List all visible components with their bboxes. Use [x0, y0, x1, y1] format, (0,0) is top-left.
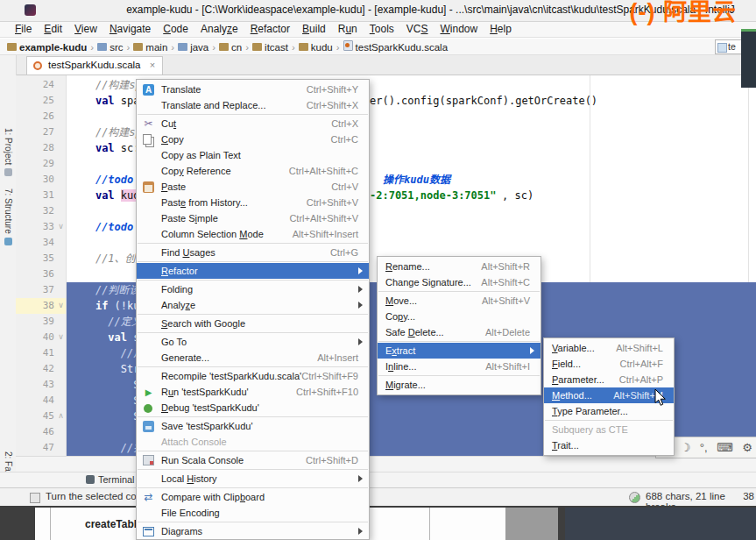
- menu-item-analyze[interactable]: Analyze: [137, 297, 369, 313]
- menubar-item-build[interactable]: Build: [296, 22, 332, 36]
- line-number-45[interactable]: 45: [16, 409, 54, 424]
- degree-icon[interactable]: °,: [700, 441, 708, 454]
- line-number-43[interactable]: 43: [16, 377, 54, 393]
- breadcrumb-item-testsparkkudu-scala[interactable]: testSparkKudu.scala: [356, 42, 448, 53]
- line-number-41[interactable]: 41: [16, 345, 54, 361]
- line-number-40[interactable]: 40: [16, 330, 54, 345]
- menu-item-migrate[interactable]: Migrate...: [378, 377, 541, 393]
- menu-item-copy-as-plain-text[interactable]: Copy as Plain Text: [137, 147, 369, 163]
- menu-item-column-selection-mode[interactable]: Column Selection ModeAlt+Shift+Insert: [137, 226, 369, 242]
- menubar-item-run[interactable]: Run: [332, 22, 364, 36]
- menubar-item-refactor[interactable]: Refactor: [244, 22, 296, 36]
- menubar-item-help[interactable]: Help: [484, 22, 518, 36]
- line-number-33[interactable]: 33: [16, 219, 54, 235]
- menu-item-variable[interactable]: Variable...Alt+Shift+L: [544, 340, 674, 356]
- menubar-item-file[interactable]: File: [9, 22, 38, 36]
- breadcrumb-item-cn[interactable]: cn: [231, 42, 242, 53]
- menubar-item-tools[interactable]: Tools: [364, 22, 400, 36]
- close-icon[interactable]: ×: [150, 60, 155, 70]
- menubar-item-view[interactable]: View: [68, 22, 103, 36]
- toolwindow-button-terminal[interactable]: Terminal: [86, 474, 135, 485]
- menu-item-paste[interactable]: PasteCtrl+V: [137, 179, 369, 195]
- line-number-34[interactable]: 34: [16, 235, 54, 251]
- breadcrumb-item-java[interactable]: java: [190, 42, 208, 53]
- menu-item-field[interactable]: Field...Ctrl+Alt+F: [544, 356, 674, 372]
- line-number-36[interactable]: 36: [16, 266, 54, 282]
- line-number-24[interactable]: 24: [16, 77, 54, 93]
- menubar-item-vcs[interactable]: VCS: [400, 22, 435, 36]
- line-number-44[interactable]: 44: [16, 393, 54, 409]
- fold-marker-icon[interactable]: ∨: [56, 330, 66, 345]
- breadcrumb-item-kudu[interactable]: kudu: [311, 42, 333, 53]
- menu-item-debug-testsparkkudu[interactable]: Debug 'testSparkKudu': [137, 400, 369, 416]
- menu-item-translate[interactable]: ATranslateCtrl+Shift+Y: [137, 82, 369, 97]
- line-number-25[interactable]: 25: [16, 93, 54, 109]
- menu-item-save-testsparkkudu[interactable]: Save 'testSparkKudu': [137, 418, 369, 434]
- mouse-cursor: [654, 389, 667, 410]
- menubar-item-navigate[interactable]: Navigate: [103, 22, 157, 36]
- menubar-item-analyze[interactable]: Analyze: [194, 22, 244, 36]
- breadcrumb-item-src[interactable]: src: [110, 42, 123, 53]
- menu-item-move[interactable]: Move...Alt+Shift+V: [378, 293, 541, 309]
- menu-item-safe-delete[interactable]: Safe Delete...Alt+Delete: [378, 324, 541, 340]
- line-number-28[interactable]: 28: [16, 140, 54, 156]
- menu-item-rename[interactable]: Rename...Alt+Shift+R: [378, 259, 541, 274]
- menu-item-run-scala-console[interactable]: Run Scala ConsoleCtrl+Shift+D: [137, 452, 369, 468]
- line-number-30[interactable]: 30: [16, 172, 54, 188]
- fold-marker-icon[interactable]: ∨: [56, 298, 66, 314]
- menu-item-paste-from-history[interactable]: Paste from History...Ctrl+Shift+V: [137, 195, 369, 210]
- gutter[interactable]: 24252627282930313233∨3435363738∨3940∨414…: [16, 75, 67, 456]
- fold-marker-icon[interactable]: ∨: [56, 219, 66, 235]
- line-number-46[interactable]: 46: [16, 424, 54, 440]
- menu-item-local-history[interactable]: Local History: [137, 471, 369, 487]
- menu-item-cut[interactable]: ✂CutCtrl+X: [137, 116, 369, 131]
- tab-testsparkkudu[interactable]: testSparkKudu.scala ×: [26, 56, 163, 75]
- line-number-47[interactable]: 47: [16, 440, 54, 456]
- menu-item-copy[interactable]: CopyCtrl+C: [137, 131, 369, 147]
- menubar-item-edit[interactable]: Edit: [38, 22, 68, 36]
- menubar-item-code[interactable]: Code: [157, 22, 194, 36]
- line-number-32[interactable]: 32: [16, 203, 54, 219]
- menu-item-copy-reference[interactable]: Copy ReferenceCtrl+Alt+Shift+C: [137, 163, 369, 179]
- menu-item-paste-simple[interactable]: Paste SimpleCtrl+Alt+Shift+V: [137, 210, 369, 226]
- line-number-42[interactable]: 42: [16, 361, 54, 377]
- caret-position[interactable]: 38: [743, 491, 754, 501]
- tool-window-stripe: 1: Project7: Structure2: Favorites★: [0, 55, 17, 487]
- menubar-item-window[interactable]: Window: [434, 22, 484, 36]
- stripe-tab-1-project[interactable]: 1: Project: [0, 128, 16, 176]
- breadcrumb-item-example-kudu[interactable]: example-kudu: [19, 42, 87, 53]
- menu-item-generate[interactable]: Generate...Alt+Insert: [137, 350, 369, 366]
- breadcrumb-item-main[interactable]: main: [145, 42, 167, 53]
- menu-shortcut: Ctrl+V: [331, 179, 358, 195]
- line-number-27[interactable]: 27: [16, 124, 54, 140]
- menu-item-file-encoding[interactable]: File Encoding: [137, 505, 369, 521]
- menu-item-search-with-google[interactable]: Search with Google: [137, 316, 369, 331]
- menu-item-inline[interactable]: Inline...Alt+Shift+I: [378, 359, 541, 374]
- fold-marker-icon[interactable]: ∧: [56, 409, 66, 424]
- gear-icon[interactable]: ⚙: [742, 441, 752, 454]
- menu-item-trait[interactable]: Trait...: [544, 437, 674, 453]
- menu-item-find-usages[interactable]: Find UsagesCtrl+G: [137, 245, 369, 260]
- menu-item-diagrams[interactable]: Diagrams: [137, 523, 369, 539]
- keyboard-icon[interactable]: ⌨: [717, 441, 733, 454]
- line-number-26[interactable]: 26: [16, 109, 54, 124]
- line-number-37[interactable]: 37: [16, 282, 54, 298]
- line-number-31[interactable]: 31: [16, 188, 54, 203]
- menu-item-folding[interactable]: Folding: [137, 281, 369, 297]
- menu-item-compare-with-clipboard[interactable]: ⇄Compare with Clipboard: [137, 489, 369, 505]
- menu-item-extract[interactable]: Extract: [378, 343, 541, 359]
- line-number-39[interactable]: 39: [16, 314, 54, 330]
- menu-item-parameter[interactable]: Parameter...Ctrl+Alt+P: [544, 372, 674, 387]
- menu-item-run-testsparkkudu[interactable]: ▶Run 'testSparkKudu'Ctrl+Shift+F10: [137, 384, 369, 400]
- line-number-35[interactable]: 35: [16, 251, 54, 266]
- breadcrumb-item-itcast[interactable]: itcast: [265, 42, 288, 53]
- menu-item-copy[interactable]: Copy...: [378, 309, 541, 324]
- menu-item-recompile-testsparkkudu-scala[interactable]: Recompile 'testSparkKudu.scala'Ctrl+Shif…: [137, 368, 369, 384]
- line-number-29[interactable]: 29: [16, 156, 54, 172]
- menu-item-translate-and-replace[interactable]: Translate and Replace...Ctrl+Shift+X: [137, 97, 369, 113]
- moon-icon[interactable]: ☽: [681, 441, 691, 454]
- menu-item-change-signature[interactable]: Change Signature...Alt+Shift+C: [378, 274, 541, 290]
- stripe-tab-7-structure[interactable]: 7: Structure: [0, 188, 16, 245]
- menu-item-refactor[interactable]: Refactor: [137, 263, 369, 279]
- menu-item-go-to[interactable]: Go To: [137, 334, 369, 350]
